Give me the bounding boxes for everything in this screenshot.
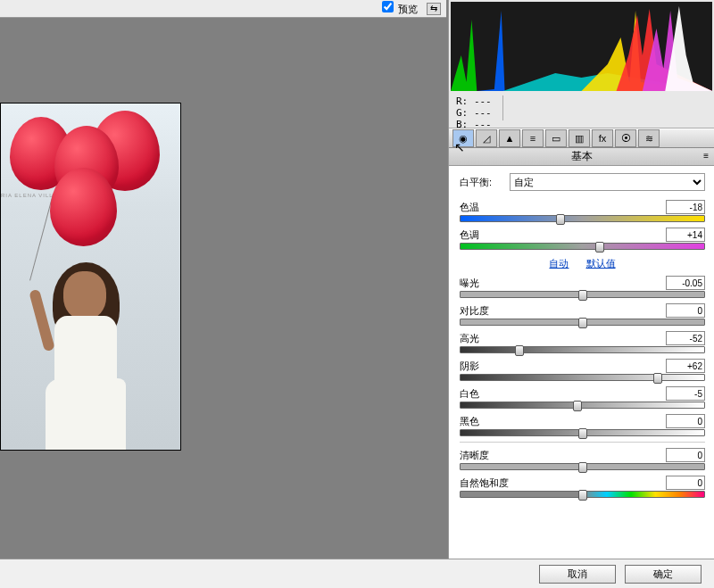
- section-title-text: 基本: [571, 149, 593, 164]
- whites-slider-row: 白色: [460, 386, 705, 409]
- vibrance-input[interactable]: [666, 476, 705, 490]
- clarity-slider-row: 清晰度: [460, 448, 705, 470]
- ok-button[interactable]: 确定: [625, 565, 702, 584]
- tint-label: 色调: [460, 228, 479, 242]
- r-value: ---: [474, 95, 492, 107]
- highlights-thumb[interactable]: [515, 345, 524, 356]
- clarity-label: 清晰度: [460, 449, 489, 462]
- whites-input[interactable]: [666, 386, 705, 401]
- contrast-input[interactable]: [666, 303, 705, 318]
- tab-fx-icon[interactable]: fx: [592, 129, 613, 147]
- vibrance-slider-row: 自然饱和度: [460, 476, 705, 498]
- shadows-label: 阴影: [460, 360, 479, 373]
- auto-link[interactable]: 自动: [549, 258, 569, 269]
- panel-tabs: ◉ ◿ ▲ ≡ ▭ ▥ fx ⦿ ≋ ↖: [449, 128, 714, 148]
- vibrance-label: 自然饱和度: [460, 476, 509, 490]
- preview-checkbox[interactable]: [382, 1, 394, 12]
- temp-thumb[interactable]: [556, 214, 565, 225]
- rgb-separator: [502, 95, 503, 120]
- photo-content: RIA ELENA VILLAMIL: [1, 104, 180, 450]
- shadows-thumb[interactable]: [653, 373, 662, 384]
- highlights-input[interactable]: [666, 331, 705, 345]
- image-preview-pane: RIA ELENA VILLAMIL: [0, 18, 446, 559]
- tab-split-icon[interactable]: ▭: [545, 129, 567, 147]
- blacks-slider-row: 黑色: [460, 414, 705, 436]
- settings-scroll-area[interactable]: 白平衡: 自定 色温 色调: [449, 166, 714, 559]
- clarity-input[interactable]: [666, 448, 705, 462]
- exposure-thumb[interactable]: [578, 290, 587, 301]
- vibrance-thumb[interactable]: [578, 490, 587, 501]
- g-label: G:: [456, 107, 468, 119]
- r-label: R:: [456, 95, 468, 107]
- blacks-thumb[interactable]: [578, 428, 587, 439]
- wb-label: 白平衡:: [460, 176, 504, 189]
- tab-presets-icon[interactable]: ≋: [638, 129, 660, 147]
- adjustments-panel: R: --- G: --- B: --- ◉ ◿ ▲ ≡ ▭ ▥ fx ⦿ ≋ …: [448, 0, 714, 559]
- white-balance-row: 白平衡: 自定: [460, 173, 705, 191]
- g-value: ---: [474, 107, 492, 119]
- vibrance-track[interactable]: [460, 491, 705, 498]
- clarity-track[interactable]: [460, 463, 705, 470]
- exposure-label: 曝光: [460, 277, 479, 290]
- fullscreen-toggle-icon[interactable]: ⇆: [427, 3, 441, 15]
- balloon: [50, 168, 117, 246]
- exposure-input[interactable]: [666, 276, 705, 290]
- tint-input[interactable]: [666, 228, 705, 242]
- top-options-bar: 预览 ⇆: [0, 0, 446, 18]
- exposure-track[interactable]: [460, 291, 705, 298]
- tint-thumb[interactable]: [595, 242, 604, 253]
- tab-basic-icon[interactable]: ◉: [452, 129, 474, 147]
- tab-curve-icon[interactable]: ◿: [476, 129, 497, 147]
- shadows-input[interactable]: [666, 359, 705, 373]
- shadows-track[interactable]: [460, 374, 705, 381]
- highlights-slider-row: 高光: [460, 331, 705, 353]
- tab-camera-icon[interactable]: ⦿: [615, 129, 636, 147]
- whites-thumb[interactable]: [573, 401, 582, 411]
- tab-detail-icon[interactable]: ▲: [499, 129, 520, 147]
- divider: [460, 442, 705, 443]
- wb-select[interactable]: 自定: [510, 173, 705, 191]
- tab-lens-icon[interactable]: ▥: [569, 129, 590, 147]
- histogram[interactable]: [451, 2, 712, 91]
- histogram-svg: [451, 2, 712, 91]
- exposure-slider-row: 曝光: [460, 276, 705, 298]
- cancel-button[interactable]: 取消: [539, 565, 616, 584]
- dialog-button-bar: 取消 确定: [0, 559, 714, 588]
- preview-label-text: 预览: [398, 4, 418, 14]
- preview-image[interactable]: RIA ELENA VILLAMIL: [0, 103, 181, 451]
- whites-track[interactable]: [460, 402, 705, 409]
- section-header: 基本 ≡: [449, 148, 714, 166]
- blacks-input[interactable]: [666, 414, 705, 428]
- temp-input[interactable]: [666, 200, 705, 214]
- whites-label: 白色: [460, 387, 479, 401]
- highlights-label: 高光: [460, 332, 479, 345]
- blacks-track[interactable]: [460, 429, 705, 436]
- temp-track[interactable]: [460, 215, 705, 222]
- default-link[interactable]: 默认值: [586, 258, 616, 269]
- preview-checkbox-label[interactable]: 预览: [382, 1, 418, 16]
- auto-default-links: 自动 默认值: [460, 257, 705, 270]
- panel-menu-icon[interactable]: ≡: [703, 151, 709, 161]
- shadows-slider-row: 阴影: [460, 359, 705, 381]
- temp-slider-row: 色温: [460, 200, 705, 222]
- contrast-slider-row: 对比度: [460, 303, 705, 326]
- temp-label: 色温: [460, 201, 479, 214]
- rgb-readout: R: --- G: --- B: ---: [449, 93, 714, 128]
- contrast-label: 对比度: [460, 304, 489, 318]
- contrast-thumb[interactable]: [578, 318, 587, 328]
- clarity-thumb[interactable]: [578, 462, 587, 473]
- blacks-label: 黑色: [460, 415, 479, 428]
- highlights-track[interactable]: [460, 346, 705, 353]
- tint-slider-row: 色调: [460, 228, 705, 250]
- contrast-track[interactable]: [460, 319, 705, 326]
- person: [19, 262, 144, 450]
- tab-hsl-icon[interactable]: ≡: [522, 129, 544, 147]
- tint-track[interactable]: [460, 243, 705, 250]
